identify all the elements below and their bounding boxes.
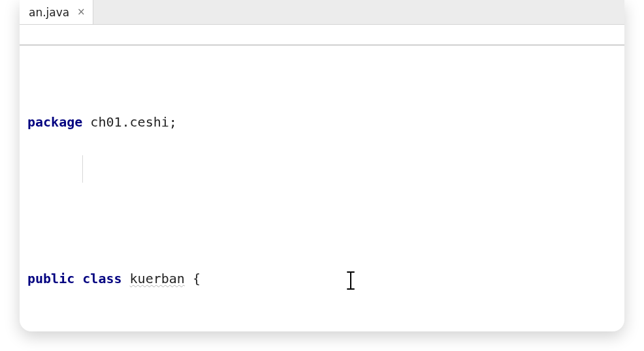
fold-guide <box>82 155 83 183</box>
code-line[interactable] <box>20 191 624 210</box>
tab-file[interactable]: an.java × <box>20 0 93 24</box>
keyword-package: package <box>27 114 82 130</box>
text <box>82 114 90 130</box>
code-area[interactable]: package ch01.ceshi; public class kuerban… <box>20 53 624 331</box>
tab-bar: an.java × <box>20 0 624 25</box>
class-name: kuerban <box>130 271 185 286</box>
text <box>74 271 82 286</box>
code-editor[interactable]: package ch01.ceshi; public class kuerban… <box>20 46 624 331</box>
text <box>122 271 130 286</box>
code-line[interactable]: public class kuerban { <box>20 269 624 288</box>
tab-label: an.java <box>29 6 69 19</box>
close-icon[interactable]: × <box>76 7 86 17</box>
text <box>185 271 193 286</box>
text: { <box>193 271 201 286</box>
code-line[interactable]: package ch01.ceshi; <box>20 112 624 132</box>
keyword-public: public <box>27 271 74 286</box>
package-name: ch01.ceshi <box>90 114 169 130</box>
text: ; <box>169 114 177 130</box>
keyword-class: class <box>82 271 121 286</box>
editor-window: an.java × package ch01.ceshi; public cla… <box>20 0 624 331</box>
